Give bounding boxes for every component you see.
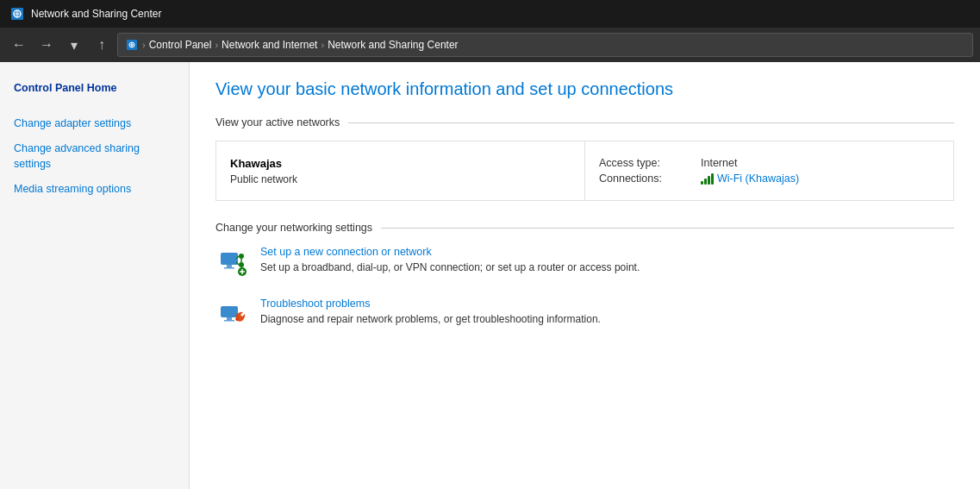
- svg-rect-4: [221, 253, 238, 265]
- back-button[interactable]: ←: [7, 33, 31, 57]
- svg-rect-16: [227, 317, 232, 320]
- section-divider-1: [348, 122, 954, 123]
- sidebar-link-adapter[interactable]: Change adapter settings: [0, 111, 189, 136]
- app-icon: [10, 7, 24, 21]
- settings-list: Set up a new connection or network Set u…: [215, 246, 954, 332]
- section-divider-2: [381, 228, 954, 229]
- troubleshoot-item: Troubleshoot problems Diagnose and repai…: [215, 298, 954, 332]
- access-type-value: Internet: [701, 157, 737, 169]
- path-home-icon: [125, 38, 139, 52]
- network-type: Public network: [230, 173, 571, 185]
- connections-label: Connections:: [599, 172, 694, 185]
- active-networks-section: View your active networks: [215, 116, 954, 129]
- forward-button[interactable]: →: [34, 33, 59, 57]
- changing-settings-label: Change your networking settings: [215, 222, 372, 234]
- troubleshoot-icon: [215, 298, 250, 332]
- svg-rect-5: [227, 265, 232, 267]
- troubleshoot-link[interactable]: Troubleshoot problems: [260, 298, 954, 310]
- network-name: Khawajas: [230, 157, 571, 170]
- title-bar-text: Network and Sharing Center: [31, 8, 161, 20]
- svg-point-18: [235, 317, 239, 321]
- wifi-link-text: Wi-Fi (Khawajas): [717, 172, 799, 185]
- new-connection-desc: Set up a broadband, dial-up, or VPN conn…: [260, 261, 640, 273]
- network-panel: Khawajas Public network Access type: Int…: [215, 141, 954, 201]
- svg-point-7: [239, 254, 244, 259]
- up-button[interactable]: ↑: [90, 33, 114, 57]
- title-bar: Network and Sharing Center: [0, 0, 980, 28]
- svg-rect-6: [224, 267, 234, 269]
- new-connection-link[interactable]: Set up a new connection or network: [260, 246, 954, 258]
- page-title: View your basic network information and …: [215, 79, 954, 99]
- wifi-connection-link[interactable]: Wi-Fi (Khawajas): [701, 172, 799, 185]
- path-network-sharing[interactable]: Network and Sharing Center: [328, 39, 458, 51]
- sidebar-link-home[interactable]: Control Panel Home: [0, 76, 189, 101]
- path-network-internet[interactable]: Network and Internet: [222, 39, 317, 51]
- main-container: Control Panel Home Change adapter settin…: [0, 62, 980, 489]
- sidebar-link-media[interactable]: Media streaming options: [0, 177, 189, 202]
- active-networks-label: View your active networks: [215, 116, 340, 129]
- access-type-row: Access type: Internet: [599, 157, 939, 169]
- address-bar: ← → ▾ ↑ › Control Panel › Network and In…: [0, 28, 980, 62]
- troubleshoot-text: Troubleshoot problems Diagnose and repai…: [260, 298, 954, 327]
- wifi-signal-icon: [701, 172, 714, 185]
- network-left-panel: Khawajas Public network: [216, 141, 585, 200]
- sidebar: Control Panel Home Change adapter settin…: [0, 62, 190, 489]
- path-control-panel[interactable]: Control Panel: [149, 39, 212, 51]
- svg-rect-15: [221, 306, 238, 317]
- content-area: View your basic network information and …: [190, 62, 980, 489]
- address-path-bar: › Control Panel › Network and Internet ›…: [117, 33, 973, 57]
- svg-rect-17: [224, 320, 234, 322]
- new-connection-item: Set up a new connection or network Set u…: [215, 246, 954, 280]
- dropdown-button[interactable]: ▾: [62, 33, 86, 57]
- changing-settings-section: Change your networking settings: [215, 222, 954, 234]
- access-type-label: Access type:: [599, 157, 694, 169]
- new-connection-text: Set up a new connection or network Set u…: [260, 246, 954, 275]
- sidebar-link-sharing[interactable]: Change advanced sharing settings: [0, 136, 189, 178]
- network-right-panel: Access type: Internet Connections: Wi-Fi…: [585, 141, 953, 200]
- connections-row: Connections: Wi-Fi (Khawajas): [599, 172, 939, 185]
- troubleshoot-desc: Diagnose and repair network problems, or…: [260, 313, 601, 325]
- svg-point-8: [239, 262, 244, 267]
- new-connection-icon: [215, 246, 250, 280]
